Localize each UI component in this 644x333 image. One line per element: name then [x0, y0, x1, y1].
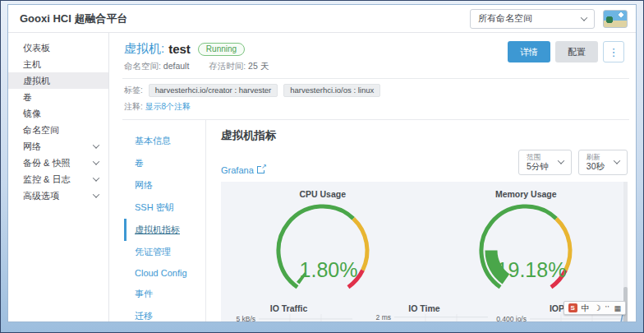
external-link-icon	[257, 166, 264, 173]
ime-logo-icon[interactable]: S	[568, 303, 577, 312]
sidebar-item-网络[interactable]: 网络	[8, 138, 108, 155]
svg-text:0.400 io/s: 0.400 io/s	[496, 315, 527, 321]
sidebar-item-命名空间[interactable]: 命名空间	[8, 122, 108, 138]
more-actions-button[interactable]: ⋮	[603, 41, 624, 62]
keyboard-icon[interactable]: ▦	[614, 304, 621, 312]
chevron-down-icon	[93, 191, 99, 197]
tags-list: harvesterhci.io/creator : harvesterharve…	[143, 84, 380, 97]
chevron-down-icon	[614, 158, 620, 164]
sidebar-item-label: 命名空间	[23, 124, 59, 136]
refresh-select-label: 刷新	[586, 153, 605, 161]
tab-基本信息[interactable]: 基本信息	[124, 130, 205, 152]
tab-事件[interactable]: 事件	[124, 283, 205, 305]
gauge-chart-cpu-usage: 1.80%	[237, 200, 409, 298]
content-area: 基本信息卷网络SSH 密钥虚拟机指标凭证管理Cloud Config事件迁移 虚…	[109, 120, 636, 321]
gauge-row: CPU Usage1.80%Memory Usage19.18%	[221, 182, 628, 298]
annotations-row: 注释: 显示8个注释	[124, 101, 624, 113]
detail-subnav: 基本信息卷网络SSH 密钥虚拟机指标凭证管理Cloud Config事件迁移	[124, 120, 205, 321]
svg-text:1.80%: 1.80%	[299, 258, 357, 281]
app-window: Gooxi HCI 超融合平台 所有命名空间 仪表板主机虚拟机卷镜像命名空间网络…	[7, 4, 637, 322]
range-select-value: 5分钟	[527, 161, 549, 172]
sidebar-item-虚拟机[interactable]: 虚拟机	[8, 72, 108, 89]
config-button[interactable]: 配置	[555, 41, 598, 62]
sidebar-menu: 仪表板主机虚拟机卷镜像命名空间网络备份 & 快照监控 & 日志高级选项	[8, 39, 108, 204]
range-select-label: 范围	[527, 153, 549, 161]
app-title: Gooxi HCI 超融合平台	[20, 12, 127, 26]
line-chart-iops: 0.400 io/s0.300 io/s0.200 io/s	[492, 314, 628, 321]
tab-迁移[interactable]: 迁移	[124, 305, 205, 322]
detail-pane: 虚拟机指标 Grafana 范围 5分钟	[205, 120, 636, 321]
chevron-down-icon	[558, 158, 564, 164]
chevron-down-icon	[93, 141, 99, 148]
age-label: 存活时间:	[209, 61, 246, 71]
grafana-link-label: Grafana	[221, 165, 254, 175]
ime-punctuation-icon[interactable]: ’’	[605, 304, 610, 312]
tag: harvesterhci.io/os : linux	[283, 84, 380, 97]
chevron-down-icon	[93, 174, 99, 181]
refresh-select[interactable]: 刷新 30秒	[578, 150, 628, 175]
namespace-filter-value: 所有命名空间	[478, 12, 532, 25]
svg-text:19.18%: 19.18%	[497, 258, 567, 281]
annotations-label: 注释:	[124, 102, 143, 111]
line-chart-io-time: 2 ms1.50 ms1 ms	[356, 314, 493, 321]
svg-text:2 ms: 2 ms	[375, 314, 390, 321]
sidebar-item-label: 备份 & 快照	[23, 157, 70, 169]
sidebar-item-备份 & 快照[interactable]: 备份 & 快照	[8, 155, 108, 171]
grafana-link[interactable]: Grafana	[221, 165, 264, 175]
main-area: 虚拟机: test Running 命名空间: default 存活时间: 25…	[109, 33, 636, 321]
sidebar-item-label: 虚拟机	[23, 75, 50, 87]
line-chart-io-traffic: 5 kB/s4 kB/s3 kB/s	[221, 314, 357, 321]
refresh-select-value: 30秒	[586, 161, 605, 172]
sidebar-item-主机[interactable]: 主机	[8, 56, 108, 72]
refresh-select-text: 刷新 30秒	[586, 153, 605, 172]
chart-io-traffic: IO Traffic5 kB/s4 kB/s3 kB/s	[221, 300, 356, 321]
range-select-text: 范围 5分钟	[527, 153, 549, 172]
range-select[interactable]: 范围 5分钟	[518, 150, 572, 175]
sidebar-item-卷[interactable]: 卷	[8, 89, 108, 105]
labels-section: 标签: harvesterhci.io/creator : harvesterh…	[109, 79, 636, 119]
detail-heading: 虚拟机指标	[221, 128, 628, 143]
tab-Cloud Config[interactable]: Cloud Config	[124, 263, 205, 283]
age-value: 25 天	[248, 61, 269, 71]
tags-row: 标签: harvesterhci.io/creator : harvesterh…	[124, 84, 624, 97]
sidebar-item-label: 镜像	[23, 108, 41, 120]
moon-icon[interactable]: ☽	[594, 304, 601, 312]
ime-toolbar[interactable]: S 中 ☽ ’’ ▦	[564, 301, 626, 315]
svg-text:5 kB/s: 5 kB/s	[236, 315, 255, 321]
annotations-link[interactable]: 显示8个注释	[145, 102, 191, 111]
header-actions: 详情 配置 ⋮	[508, 41, 624, 62]
page-title: 虚拟机: test Running	[124, 41, 269, 57]
tab-网络[interactable]: 网络	[124, 174, 205, 197]
gauge-title: CPU Usage	[299, 189, 346, 199]
gauge-cpu-usage: CPU Usage1.80%	[221, 182, 425, 298]
sidebar-item-高级选项[interactable]: 高级选项	[8, 187, 108, 204]
details-button[interactable]: 详情	[508, 41, 550, 62]
sidebar-item-仪表板[interactable]: 仪表板	[8, 39, 108, 56]
sidebar-item-label: 网络	[23, 141, 41, 153]
sidebar-item-label: 高级选项	[23, 190, 59, 202]
resource-type-link[interactable]: 虚拟机:	[124, 41, 164, 57]
tab-虚拟机指标[interactable]: 虚拟机指标	[124, 219, 205, 241]
namespace-filter-select[interactable]: 所有命名空间	[470, 9, 595, 29]
namespace-value: default	[163, 61, 190, 71]
chart-io-time: IO Time2 ms1.50 ms1 ms	[356, 300, 492, 321]
sidebar-item-label: 主机	[23, 58, 41, 71]
tab-卷[interactable]: 卷	[124, 152, 205, 174]
sidebar-item-label: 仪表板	[23, 42, 50, 54]
user-avatar[interactable]	[603, 10, 628, 28]
ime-input-mode[interactable]: 中	[582, 303, 590, 314]
metrics-toolbar: Grafana 范围 5分钟	[221, 150, 628, 175]
tab-凭证管理[interactable]: 凭证管理	[124, 241, 205, 263]
sidebar-item-镜像[interactable]: 镜像	[8, 105, 108, 122]
tag: harvesterhci.io/creator : harvester	[149, 84, 278, 97]
page-header: 虚拟机: test Running 命名空间: default 存活时间: 25…	[109, 33, 636, 78]
window-frame: Gooxi HCI 超融合平台 所有命名空间 仪表板主机虚拟机卷镜像命名空间网络…	[0, 0, 644, 333]
tags-label: 标签:	[124, 85, 143, 96]
chevron-down-icon	[93, 158, 99, 164]
chart-title: IO Time	[408, 303, 439, 313]
chevron-down-icon	[581, 14, 587, 21]
gauge-chart-memory-usage: 19.18%	[439, 200, 612, 298]
sidebar-item-监控 & 日志[interactable]: 监控 & 日志	[8, 171, 108, 187]
tab-SSH 密钥[interactable]: SSH 密钥	[124, 197, 205, 219]
top-bar: Gooxi HCI 超融合平台 所有命名空间	[8, 5, 636, 33]
